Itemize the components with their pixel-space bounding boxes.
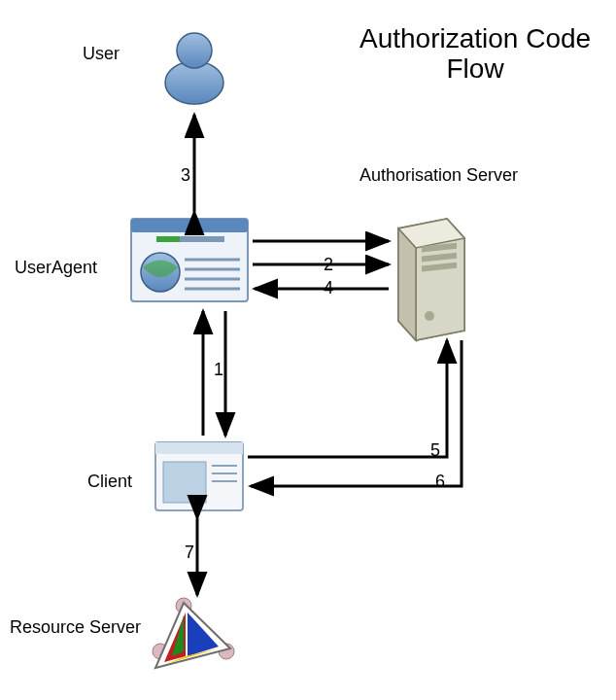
svg-rect-6: [156, 236, 180, 242]
client-icon: [155, 442, 243, 510]
svg-point-29: [425, 311, 434, 321]
label-useragent: UserAgent: [15, 258, 97, 278]
svg-point-20: [176, 598, 191, 613]
label-client: Client: [87, 472, 132, 492]
svg-marker-21: [155, 603, 230, 668]
svg-rect-28: [422, 262, 457, 272]
resourceserver-icon: [153, 598, 234, 668]
svg-point-18: [153, 644, 168, 659]
step-5: 5: [430, 440, 440, 461]
label-resourceserver: Resource Server: [10, 617, 141, 638]
diagram-title: Authorization Code Flow: [359, 24, 591, 85]
authserver-icon: [398, 219, 464, 340]
svg-rect-4: [131, 219, 248, 232]
step-7: 7: [185, 542, 194, 563]
diagram-canvas: Authorization Code Flow User UserAgent A…: [0, 0, 616, 700]
step-4: 4: [324, 278, 333, 298]
edge-5: [248, 340, 447, 457]
step-1: 1: [214, 360, 223, 380]
step-2: 2: [324, 255, 333, 275]
label-user: User: [83, 44, 120, 64]
svg-rect-13: [155, 442, 243, 454]
svg-point-7: [141, 253, 180, 292]
edge-6: [251, 340, 462, 486]
svg-rect-5: [156, 236, 224, 242]
step-6: 6: [435, 472, 445, 492]
useragent-icon: [131, 219, 248, 301]
svg-marker-24: [166, 648, 219, 664]
step-3: 3: [181, 165, 190, 186]
label-authserver: Authorisation Server: [359, 165, 518, 186]
svg-marker-22: [164, 612, 186, 662]
user-icon: [165, 33, 223, 104]
svg-rect-26: [422, 243, 457, 253]
svg-point-19: [219, 644, 234, 659]
svg-point-1: [165, 61, 223, 104]
svg-overlay: [0, 0, 616, 700]
svg-rect-3: [131, 219, 248, 301]
svg-marker-23: [188, 612, 219, 656]
svg-rect-14: [163, 462, 206, 503]
svg-rect-12: [155, 442, 243, 510]
svg-marker-25: [172, 615, 184, 656]
svg-rect-27: [422, 253, 457, 262]
svg-point-2: [177, 33, 212, 68]
